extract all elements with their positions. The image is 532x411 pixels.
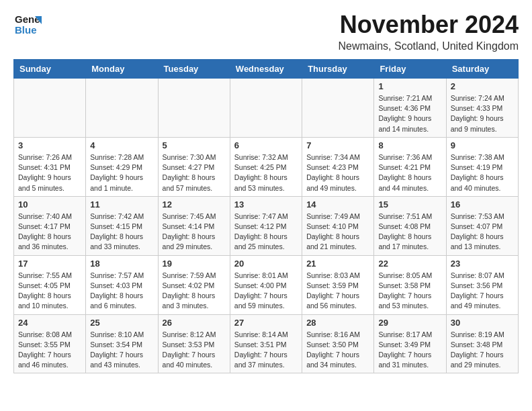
day-detail: Sunrise: 8:07 AM Sunset: 3:56 PM Dayligh… [451, 271, 514, 312]
calendar-cell: 24Sunrise: 8:08 AM Sunset: 3:55 PM Dayli… [14, 314, 86, 373]
calendar-cell: 13Sunrise: 7:47 AM Sunset: 4:12 PM Dayli… [230, 196, 302, 255]
day-detail: Sunrise: 7:49 AM Sunset: 4:10 PM Dayligh… [306, 212, 369, 253]
weekday-wednesday: Wednesday [230, 60, 302, 79]
calendar-cell [230, 79, 302, 138]
weekday-monday: Monday [86, 60, 158, 79]
title-block: November 2024 Newmains, Scotland, United… [338, 11, 519, 52]
calendar-cell: 21Sunrise: 8:03 AM Sunset: 3:59 PM Dayli… [302, 255, 374, 314]
day-number: 29 [378, 318, 441, 328]
calendar-cell: 19Sunrise: 7:59 AM Sunset: 4:02 PM Dayli… [158, 255, 230, 314]
day-number: 8 [378, 140, 441, 150]
day-detail: Sunrise: 7:42 AM Sunset: 4:15 PM Dayligh… [90, 212, 153, 253]
day-number: 23 [451, 259, 514, 269]
day-number: 22 [378, 259, 441, 269]
day-number: 10 [18, 199, 81, 210]
calendar-week-5: 24Sunrise: 8:08 AM Sunset: 3:55 PM Dayli… [14, 314, 519, 373]
calendar-cell: 23Sunrise: 8:07 AM Sunset: 3:56 PM Dayli… [446, 255, 518, 314]
calendar-cell: 14Sunrise: 7:49 AM Sunset: 4:10 PM Dayli… [302, 196, 374, 255]
weekday-sunday: Sunday [14, 60, 86, 79]
day-number: 2 [451, 81, 514, 91]
day-number: 19 [163, 259, 226, 269]
calendar-cell: 27Sunrise: 8:14 AM Sunset: 3:51 PM Dayli… [230, 314, 302, 373]
day-number: 14 [306, 199, 369, 210]
day-detail: Sunrise: 8:19 AM Sunset: 3:48 PM Dayligh… [451, 330, 514, 371]
calendar-cell: 1Sunrise: 7:21 AM Sunset: 4:36 PM Daylig… [374, 79, 446, 138]
day-number: 26 [163, 318, 226, 328]
day-detail: Sunrise: 8:12 AM Sunset: 3:53 PM Dayligh… [163, 330, 226, 371]
day-number: 7 [306, 140, 369, 150]
calendar-week-2: 3Sunrise: 7:26 AM Sunset: 4:31 PM Daylig… [14, 137, 519, 196]
calendar-cell: 20Sunrise: 8:01 AM Sunset: 4:00 PM Dayli… [230, 255, 302, 314]
calendar-cell [14, 79, 86, 138]
day-detail: Sunrise: 7:55 AM Sunset: 4:05 PM Dayligh… [18, 271, 81, 312]
month-title: November 2024 [338, 11, 519, 39]
day-detail: Sunrise: 7:28 AM Sunset: 4:29 PM Dayligh… [90, 152, 153, 193]
logo: General Blue [13, 11, 42, 39]
day-number: 18 [90, 259, 153, 269]
calendar-cell: 8Sunrise: 7:36 AM Sunset: 4:21 PM Daylig… [374, 137, 446, 196]
subtitle: Newmains, Scotland, United Kingdom [338, 40, 519, 52]
calendar-cell: 30Sunrise: 8:19 AM Sunset: 3:48 PM Dayli… [446, 314, 518, 373]
calendar-week-4: 17Sunrise: 7:55 AM Sunset: 4:05 PM Dayli… [14, 255, 519, 314]
svg-text:Blue: Blue [15, 24, 37, 36]
day-number: 25 [90, 318, 153, 328]
day-detail: Sunrise: 8:14 AM Sunset: 3:51 PM Dayligh… [234, 330, 298, 371]
calendar-cell [86, 79, 158, 138]
day-number: 20 [234, 259, 298, 269]
calendar-cell: 18Sunrise: 7:57 AM Sunset: 4:03 PM Dayli… [86, 255, 158, 314]
day-detail: Sunrise: 7:36 AM Sunset: 4:21 PM Dayligh… [378, 152, 441, 193]
calendar-header: Sunday Monday Tuesday Wednesday Thursday… [14, 60, 519, 79]
calendar-cell: 5Sunrise: 7:30 AM Sunset: 4:27 PM Daylig… [158, 137, 230, 196]
day-detail: Sunrise: 8:10 AM Sunset: 3:54 PM Dayligh… [90, 330, 153, 371]
day-detail: Sunrise: 8:17 AM Sunset: 3:49 PM Dayligh… [378, 330, 441, 371]
day-detail: Sunrise: 8:01 AM Sunset: 4:00 PM Dayligh… [234, 271, 298, 312]
header: General Blue November 2024 Newmains, Sco… [13, 11, 519, 52]
calendar-cell: 26Sunrise: 8:12 AM Sunset: 3:53 PM Dayli… [158, 314, 230, 373]
day-number: 13 [234, 199, 298, 210]
day-number: 16 [451, 199, 514, 210]
calendar-cell [158, 79, 230, 138]
day-number: 3 [18, 140, 81, 150]
calendar-cell: 17Sunrise: 7:55 AM Sunset: 4:05 PM Dayli… [14, 255, 86, 314]
day-detail: Sunrise: 8:08 AM Sunset: 3:55 PM Dayligh… [18, 330, 81, 371]
day-number: 27 [234, 318, 298, 328]
day-detail: Sunrise: 7:40 AM Sunset: 4:17 PM Dayligh… [18, 212, 81, 253]
day-number: 5 [163, 140, 226, 150]
day-detail: Sunrise: 7:30 AM Sunset: 4:27 PM Dayligh… [163, 152, 226, 193]
day-detail: Sunrise: 8:05 AM Sunset: 3:58 PM Dayligh… [378, 271, 441, 312]
calendar-cell: 7Sunrise: 7:34 AM Sunset: 4:23 PM Daylig… [302, 137, 374, 196]
weekday-saturday: Saturday [446, 60, 518, 79]
day-number: 6 [234, 140, 298, 150]
calendar-cell: 3Sunrise: 7:26 AM Sunset: 4:31 PM Daylig… [14, 137, 86, 196]
day-detail: Sunrise: 7:51 AM Sunset: 4:08 PM Dayligh… [378, 212, 441, 253]
day-number: 17 [18, 259, 81, 269]
day-number: 4 [90, 140, 153, 150]
day-number: 30 [451, 318, 514, 328]
day-detail: Sunrise: 7:34 AM Sunset: 4:23 PM Dayligh… [306, 152, 369, 193]
calendar-cell: 15Sunrise: 7:51 AM Sunset: 4:08 PM Dayli… [374, 196, 446, 255]
calendar-cell: 11Sunrise: 7:42 AM Sunset: 4:15 PM Dayli… [86, 196, 158, 255]
calendar-cell: 29Sunrise: 8:17 AM Sunset: 3:49 PM Dayli… [374, 314, 446, 373]
weekday-thursday: Thursday [302, 60, 374, 79]
day-detail: Sunrise: 7:53 AM Sunset: 4:07 PM Dayligh… [451, 212, 514, 253]
day-detail: Sunrise: 8:03 AM Sunset: 3:59 PM Dayligh… [306, 271, 369, 312]
day-number: 12 [163, 199, 226, 210]
day-number: 1 [378, 81, 441, 91]
day-detail: Sunrise: 7:21 AM Sunset: 4:36 PM Dayligh… [378, 93, 441, 134]
calendar-cell: 4Sunrise: 7:28 AM Sunset: 4:29 PM Daylig… [86, 137, 158, 196]
page: General Blue November 2024 Newmains, Sco… [0, 0, 532, 384]
calendar-cell: 16Sunrise: 7:53 AM Sunset: 4:07 PM Dayli… [446, 196, 518, 255]
calendar-cell: 25Sunrise: 8:10 AM Sunset: 3:54 PM Dayli… [86, 314, 158, 373]
calendar-cell: 2Sunrise: 7:24 AM Sunset: 4:33 PM Daylig… [446, 79, 518, 138]
calendar-cell: 12Sunrise: 7:45 AM Sunset: 4:14 PM Dayli… [158, 196, 230, 255]
day-detail: Sunrise: 7:26 AM Sunset: 4:31 PM Dayligh… [18, 152, 81, 193]
day-detail: Sunrise: 7:59 AM Sunset: 4:02 PM Dayligh… [163, 271, 226, 312]
day-detail: Sunrise: 7:45 AM Sunset: 4:14 PM Dayligh… [163, 212, 226, 253]
calendar-cell: 10Sunrise: 7:40 AM Sunset: 4:17 PM Dayli… [14, 196, 86, 255]
day-detail: Sunrise: 7:47 AM Sunset: 4:12 PM Dayligh… [234, 212, 298, 253]
day-number: 24 [18, 318, 81, 328]
logo-icon: General Blue [13, 11, 42, 39]
calendar-week-3: 10Sunrise: 7:40 AM Sunset: 4:17 PM Dayli… [14, 196, 519, 255]
day-number: 28 [306, 318, 369, 328]
calendar-cell: 9Sunrise: 7:38 AM Sunset: 4:19 PM Daylig… [446, 137, 518, 196]
